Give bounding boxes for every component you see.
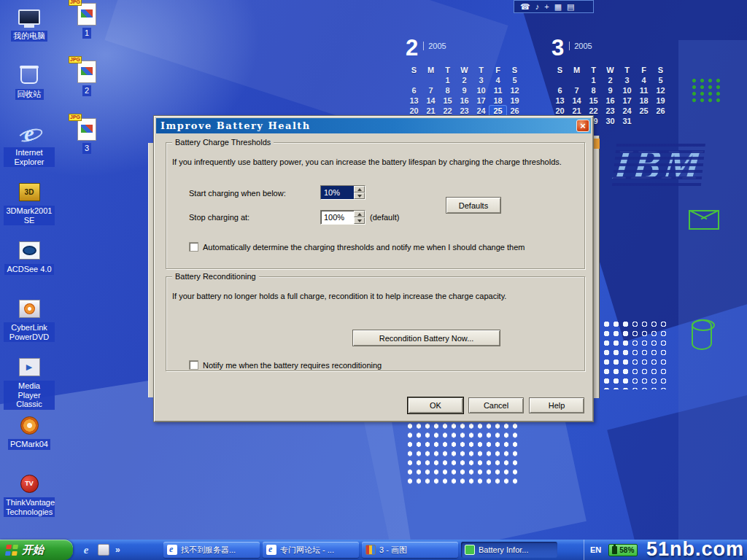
taskbar-task-3[interactable]: Battery Infor...	[461, 542, 557, 558]
ie-quicklaunch-icon[interactable]	[80, 544, 92, 556]
plus-icon[interactable]: +	[544, 3, 549, 11]
close-button[interactable]	[576, 120, 589, 132]
cylinder-icon	[692, 319, 712, 350]
calendar-title: 2 2005	[406, 36, 523, 63]
calendar-day	[652, 116, 669, 126]
grid-icon[interactable]: ▦	[554, 3, 562, 11]
ie-page-icon	[167, 545, 177, 555]
taskbar-task-1[interactable]: 专门网论坛 - ...	[263, 542, 359, 558]
task-label: Battery Infor...	[479, 545, 528, 554]
battery-reconditioning-group: Battery Reconditioning If your battery n…	[166, 276, 585, 371]
calendar-day: 23	[602, 106, 619, 116]
calendar-day: 30	[602, 116, 619, 126]
battery-icon	[465, 545, 475, 555]
calendar-day: 7	[422, 85, 439, 96]
start-charging-value[interactable]: 10%	[321, 186, 354, 199]
spin-down-button[interactable]	[354, 192, 365, 199]
taskbar-task-2[interactable]: 3 - 画图	[362, 542, 458, 558]
task-buttons: 找不到服务器...专门网论坛 - ...3 - 画图Battery Infor.…	[163, 542, 557, 558]
calendar-day	[406, 75, 422, 85]
desktop-icon-cyberlink-powerdvd[interactable]: CyberLink PowerDVD	[3, 295, 55, 353]
desktop-icon-jpg-3[interactable]: JPG3	[69, 115, 105, 173]
spin-up-button[interactable]	[354, 186, 365, 192]
desktop-icon-pcmark04[interactable]: PCMark04	[3, 411, 55, 470]
recondition-battery-button[interactable]: Recondition Battery Now...	[352, 330, 500, 346]
stop-charging-value[interactable]: 100%	[321, 211, 354, 224]
watermark: 51nb.com	[646, 538, 744, 560]
jpg-badge: JPG	[69, 0, 82, 6]
cancel-button[interactable]: Cancel	[468, 397, 524, 413]
taskbar-task-0[interactable]: 找不到服务器...	[163, 542, 260, 558]
group-legend: Battery Reconditioning	[172, 272, 259, 281]
task-label: 找不到服务器...	[181, 545, 236, 556]
wallpaper-shape	[678, 40, 747, 558]
start-button[interactable]: 开始	[0, 540, 73, 560]
notify-reconditioning-checkbox[interactable]	[189, 360, 198, 370]
music-icon[interactable]: ♪	[535, 3, 540, 11]
desktop-icon-3dmark2001-se[interactable]: 3DMark2001 SE	[3, 178, 55, 236]
calendar-day-header: S	[506, 65, 523, 75]
calendar-day: 9	[456, 85, 473, 96]
group-legend: Battery Charge Thresholds	[172, 138, 274, 147]
desktop-icon-label: 2	[82, 85, 91, 96]
calendar-day: 11	[635, 85, 652, 96]
calendar-day: 8	[585, 85, 602, 96]
calendar-day: 20	[551, 106, 568, 116]
calendar-day: 14	[568, 96, 585, 106]
calendar-day: 17	[473, 96, 489, 106]
defaults-button[interactable]: Defaults	[446, 197, 501, 214]
calendar-day: 10	[473, 85, 489, 96]
calendar-day: 24	[619, 106, 635, 116]
dialog-titlebar[interactable]: Improve Battery Health	[156, 118, 591, 133]
battery-icon	[612, 546, 617, 554]
calendar-day: 8	[439, 85, 456, 96]
thinkvantage-technologies-icon	[15, 471, 44, 496]
desktop-icon-label: ACDSee 4.0	[4, 264, 53, 275]
desktop-icon-thinkvantage-technologies[interactable]: ThinkVantage Technologies	[3, 470, 55, 528]
calendar-day	[635, 116, 652, 126]
start-charging-spinner[interactable]: 10%	[320, 185, 365, 200]
calendar-day-header: F	[489, 65, 506, 75]
calendar-year: 2005	[423, 42, 446, 50]
calendar-march: 3 2005 SMTWTFS12345678910111213141516171…	[551, 36, 669, 126]
media-quicklaunch-icon[interactable]	[98, 544, 109, 556]
desktop-icon-internet-explorer[interactable]: Internet Explorer	[3, 120, 55, 178]
3dmark2001-se-icon	[15, 179, 44, 204]
calendar-day	[568, 75, 585, 85]
calendar-day: 22	[585, 106, 602, 116]
calendar-day-header: S	[551, 65, 568, 75]
system-mini-toolbar[interactable]: ☎♪+▦▤	[514, 0, 594, 13]
spin-down-button[interactable]	[354, 217, 365, 224]
stop-charging-label: Stop charging at:	[189, 213, 249, 222]
calendar-day: 20	[406, 106, 422, 116]
desktop-icon-jpg-1[interactable]: JPG1	[69, 0, 105, 58]
desktop-icon-recycle-bin[interactable]: 回收站	[3, 61, 55, 120]
envelope-icon	[689, 210, 719, 230]
battery-indicator[interactable]: 58%	[608, 544, 638, 556]
default-note: (default)	[370, 213, 399, 222]
auto-determine-checkbox[interactable]	[189, 242, 198, 252]
desktop-icon-media-player-classic[interactable]: Media Player Classic	[3, 353, 55, 411]
cyberlink-powerdvd-icon	[15, 296, 44, 321]
calendar-month-numeral: 2	[406, 36, 418, 59]
spin-up-button[interactable]	[354, 211, 365, 217]
language-indicator[interactable]: EN	[590, 545, 601, 554]
stop-charging-spinner[interactable]: 100%	[320, 210, 365, 225]
dialog-button-row: OK Cancel Help	[154, 397, 584, 413]
desktop-icon-column-jpg: JPG1JPG2JPG3	[69, 0, 105, 173]
desktop-icon-my-computer[interactable]: 我的电脑	[3, 3, 55, 61]
desktop-icon-acdsee-4-0[interactable]: ACDSee 4.0	[3, 236, 55, 295]
list-icon[interactable]: ▤	[567, 3, 574, 11]
calendar-day: 7	[568, 85, 585, 96]
calendar-day: 6	[551, 85, 568, 96]
calendar-day: 6	[406, 85, 422, 96]
calendar-day: 11	[489, 85, 506, 96]
ok-button[interactable]: OK	[408, 397, 463, 413]
phone-icon[interactable]: ☎	[520, 3, 530, 11]
desktop-icon-jpg-2[interactable]: JPG2	[69, 58, 105, 115]
calendar-day	[422, 75, 439, 85]
quick-launch-overflow-chevron[interactable]: »	[115, 545, 120, 555]
calendar-day-header: M	[568, 65, 585, 75]
help-button[interactable]: Help	[529, 397, 584, 413]
calendar-day: 10	[619, 85, 635, 96]
